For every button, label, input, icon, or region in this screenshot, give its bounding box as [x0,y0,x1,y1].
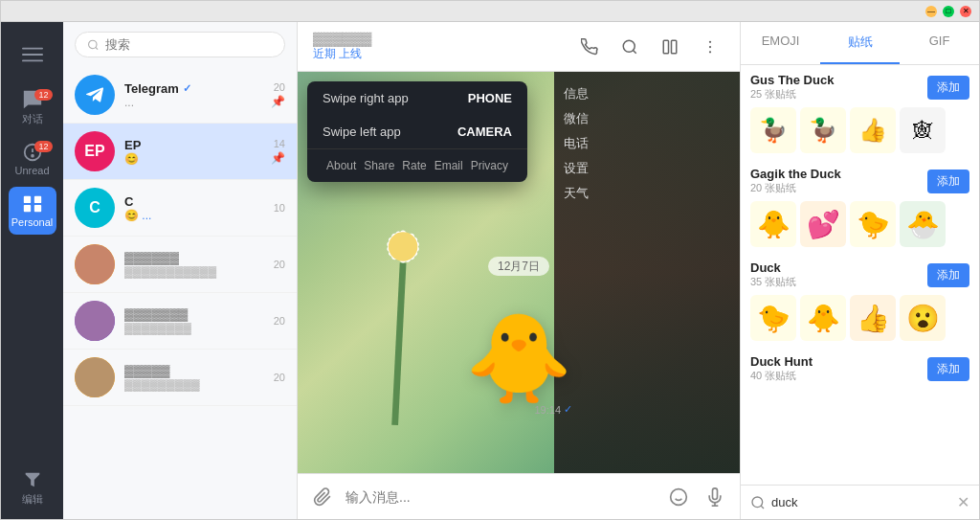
sidebar-chats-label: 对话 [22,112,43,126]
search-icon [87,38,100,52]
svg-line-11 [96,47,98,49]
sidebar-menu[interactable] [9,32,56,79]
privacy-link[interactable]: Privacy [471,159,508,172]
chat-info-5: ▓▓▓▓▓▓▓ ▓▓▓▓▓▓▓▓ [124,307,270,335]
sticker-thumb[interactable]: 😮 [900,295,946,341]
tab-gif[interactable]: GIF [900,22,979,64]
chat-item-6[interactable]: ▓▓▓▓▓ ▓▓▓▓▓▓▓▓▓ 20 [63,350,297,406]
chat-name-4: ▓▓▓▓▓▓ [124,251,270,265]
sticker-thumb[interactable]: 🐥 [800,295,846,341]
menu-footer: About Share Rate Email Privacy [307,148,527,182]
minimize-icon: — [927,7,935,15]
chat-item-5[interactable]: ▓▓▓▓▓▓▓ ▓▓▓▓▓▓▓▓ 20 [63,293,297,350]
sticker-thumb[interactable]: 🦆 [800,107,846,153]
sticker-thumb[interactable]: 👍 [850,107,896,153]
add-gus-button[interactable]: 添加 [927,76,969,100]
sticker-content: Gus The Duck 25 张贴纸 添加 🦆 🦆 👍 🕸 [741,65,979,485]
close-button[interactable]: ✕ [960,6,971,17]
add-hunt-button[interactable]: 添加 [927,357,969,381]
sticker-pack-hunt: Duck Hunt 40 张贴纸 添加 [750,354,969,383]
clear-search-button[interactable]: ✕ [957,493,969,511]
maximize-button[interactable]: □ [943,6,954,17]
sticker-thumb[interactable]: 💕 [800,201,846,247]
avatar-5 [75,301,115,341]
menu-swipe-right[interactable]: Swipe right app PHONE [307,81,527,115]
about-link[interactable]: About [326,159,356,172]
chat-name-5: ▓▓▓▓▓▓▓ [124,307,270,322]
rate-link[interactable]: Rate [402,159,426,172]
voice-button[interactable] [702,484,728,510]
add-duck-button[interactable]: 添加 [927,263,969,287]
pack-header-gus: Gus The Duck 25 张贴纸 添加 [750,73,969,102]
email-link[interactable]: Email [434,159,463,172]
svg-rect-6 [23,196,30,203]
info-item-3[interactable]: 电话 [564,131,730,156]
phone-button[interactable] [575,33,604,61]
menu-swipe-left[interactable]: Swipe left app CAMERA [307,115,527,148]
pin-icon-ep: 📌 [271,151,285,165]
verified-icon: ✓ [183,82,191,95]
avatar-6 [75,357,115,397]
svg-point-34 [752,497,763,508]
sticker-search-icon [750,495,766,510]
sticker-pack-duck: Duck 35 张贴纸 添加 🐤 🐥 👍 😮 [750,260,969,341]
sidebar-chats[interactable]: 12 对话 [9,83,56,131]
share-link[interactable]: Share [364,159,394,172]
sticker-thumb[interactable]: 🕸 [900,107,946,153]
chat-name-c: C [124,194,270,209]
app-body: 12 对话 12 Unread Personal 编辑 [1,22,979,519]
chat-item-telegram[interactable]: Telegram ✓ ... 20 📌 [63,67,297,124]
info-item-2[interactable]: 微信 [564,106,730,131]
add-gagik-button[interactable]: 添加 [927,170,969,193]
message-input[interactable] [345,489,656,505]
avatar-c: C [75,188,115,228]
attachment-icon [313,487,332,507]
chat-preview-6: ▓▓▓▓▓▓▓▓▓ [124,378,270,392]
search-input[interactable] [105,37,273,52]
sticker-thumb[interactable]: 🐤 [850,201,896,247]
sticker-thumb[interactable]: 🐤 [750,295,796,341]
sidebar-unread[interactable]: 12 Unread [9,135,56,183]
chat-preview-c: 😊 ... [124,209,270,222]
emoji-button[interactable] [665,484,692,510]
sticker-thumb[interactable]: 🦆 [750,107,796,153]
tab-emoji[interactable]: EMOJI [741,22,820,64]
swipe-right-value: PHONE [468,91,512,105]
phone-icon [581,38,598,56]
sidebar-filter[interactable]: 编辑 [9,463,56,511]
info-items: 信息 微信 电话 设置 天气 [564,81,730,206]
pack-info-gagik: Gagik the Duck 20 张贴纸 [750,167,841,195]
sidebar-filter-label: 编辑 [22,492,43,507]
search-button[interactable] [615,33,644,61]
chat-info-c: C 😊 ... [124,194,270,222]
chat-list-header [63,22,297,67]
svg-point-29 [671,488,687,505]
sidebar-personal[interactable]: Personal [9,187,56,235]
chat-time-c: 10 [274,202,285,214]
pack-name-gus: Gus The Duck [750,73,834,87]
chat-item-c[interactable]: C C 😊 ... 10 [63,180,297,237]
chat-name-ep: EP [124,138,267,152]
sidebar: 12 对话 12 Unread Personal 编辑 [1,22,63,519]
svg-rect-15 [672,40,677,54]
more-button[interactable] [696,33,724,61]
sticker-thumb[interactable]: 👍 [850,295,896,341]
sticker-search-input[interactable] [771,495,951,509]
chat-item-4[interactable]: ▓▓▓▓▓▓ ▓▓▓▓▓▓▓▓▓▓▓ 20 [63,237,297,293]
chat-meta-c: 10 [274,202,285,214]
info-item-1[interactable]: 信息 [564,81,730,106]
info-item-4[interactable]: 设置 [564,156,730,181]
layout-icon [661,38,679,56]
sticker-thumb[interactable]: 🐣 [900,201,946,247]
sticker-thumb[interactable]: 🐥 [750,201,796,247]
duck-sticker-message: 🐥 19:14 ✓ [465,315,572,416]
chat-list: Telegram ✓ ... 20 📌 EP EP 😊 [63,22,298,519]
minimize-button[interactable]: — [925,6,937,17]
search-box [75,32,285,57]
chat-meta-telegram: 20 📌 [271,81,285,108]
chat-item-ep[interactable]: EP EP 😊 14 📌 [63,124,297,180]
tab-sticker[interactable]: 贴纸 [820,22,900,64]
layout-button[interactable] [656,33,684,61]
attachment-button[interactable] [309,484,336,510]
info-item-5[interactable]: 天气 [564,181,730,206]
